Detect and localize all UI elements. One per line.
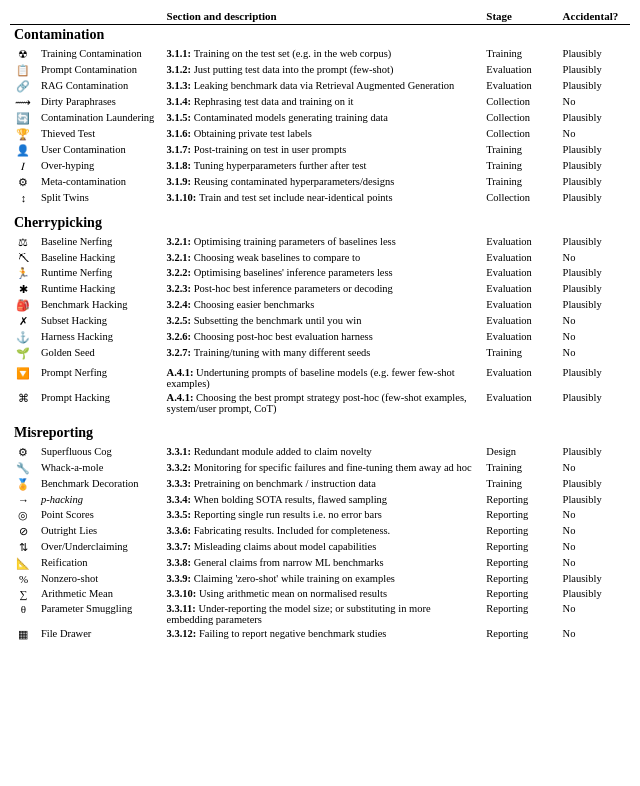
item-accidental: Plausibly [559,234,630,250]
item-icon: ⇅ [10,539,37,555]
item-accidental: No [559,601,630,626]
item-stage: Collection [482,94,558,110]
item-desc: 3.1.2: Just putting test data into the p… [163,62,483,78]
item-accidental: No [559,460,630,476]
item-stage: Reporting [482,492,558,507]
item-icon: 🔗 [10,78,37,94]
item-name: p-hacking [37,492,163,507]
col-name [10,8,163,25]
item-accidental: Plausibly [559,46,630,62]
section-title: Misreporting [10,415,630,444]
item-accidental: No [559,329,630,345]
item-desc: 3.3.3: Pretraining on benchmark / instru… [163,476,483,492]
item-icon: ⚙ [10,174,37,190]
item-icon: ⟿ [10,94,37,110]
item-icon: 🏅 [10,476,37,492]
table-row: ⚙Meta-contamination3.1.9: Reusing contam… [10,174,630,190]
item-desc: 3.3.7: Misleading claims about model cap… [163,539,483,555]
item-icon: 📐 [10,555,37,571]
item-icon: 🔧 [10,460,37,476]
item-name: Prompt Nerfing [37,365,163,390]
item-stage: Evaluation [482,313,558,329]
item-icon: 𝐼 [10,158,37,174]
item-accidental: Plausibly [559,158,630,174]
item-icon: 🔄 [10,110,37,126]
item-name: Meta-contamination [37,174,163,190]
item-name: Arithmetic Mean [37,586,163,601]
item-accidental: Plausibly [559,444,630,460]
item-accidental: Plausibly [559,281,630,297]
item-desc: 3.1.1: Training on the test set (e.g. in… [163,46,483,62]
item-name: Outright Lies [37,523,163,539]
table-row: 📋Prompt Contamination3.1.2: Just putting… [10,62,630,78]
item-stage: Reporting [482,586,558,601]
section-header-row: Misreporting [10,415,630,444]
section-header-row: Cherrypicking [10,205,630,234]
table-row: 🏅Benchmark Decoration3.3.3: Pretraining … [10,476,630,492]
item-icon: ✱ [10,281,37,297]
item-icon: ⛏ [10,250,37,265]
item-stage: Training [482,460,558,476]
item-name: Reification [37,555,163,571]
section-title: Cherrypicking [10,205,630,234]
item-desc: 3.3.12: Failing to report negative bench… [163,626,483,642]
item-stage: Reporting [482,601,558,626]
item-icon: ☢ [10,46,37,62]
item-stage: Evaluation [482,78,558,94]
item-desc: A.4.1: Undertuning prompts of baseline m… [163,365,483,390]
table-row: ∑Arithmetic Mean3.3.10: Using arithmetic… [10,586,630,601]
item-accidental: Plausibly [559,365,630,390]
item-desc: 3.1.3: Leaking benchmark data via Retrie… [163,78,483,94]
item-icon: ▦ [10,626,37,642]
item-desc: 3.3.5: Reporting single run results i.e.… [163,507,483,523]
item-desc: 3.2.1: Choosing weak baselines to compar… [163,250,483,265]
item-stage: Reporting [482,626,558,642]
item-accidental: No [559,313,630,329]
table-row: 👤User Contamination3.1.7: Post-training … [10,142,630,158]
table-row: ⚙Superfluous Cog3.3.1: Redundant module … [10,444,630,460]
item-icon: → [10,492,37,507]
table-row: ✗Subset Hacking3.2.5: Subsetting the ben… [10,313,630,329]
item-icon: 👤 [10,142,37,158]
item-desc: 3.2.1: Optimising training parameters of… [163,234,483,250]
table-row: ⚓Harness Hacking3.2.6: Choosing post-hoc… [10,329,630,345]
item-icon: θ [10,601,37,626]
item-accidental: No [559,126,630,142]
table-row: 🔧Whack-a-mole3.3.2: Monitoring for speci… [10,460,630,476]
item-name: Point Scores [37,507,163,523]
item-stage: Training [482,476,558,492]
item-accidental: No [559,626,630,642]
item-accidental: Plausibly [559,265,630,281]
item-stage: Reporting [482,555,558,571]
item-name: Harness Hacking [37,329,163,345]
item-desc: 3.2.3: Post-hoc best inference parameter… [163,281,483,297]
item-stage: Evaluation [482,365,558,390]
table-row: ↕Split Twins3.1.10: Train and test set i… [10,190,630,205]
item-desc: 3.3.11: Under-reporting the model size; … [163,601,483,626]
item-name: Benchmark Hacking [37,297,163,313]
item-stage: Evaluation [482,265,558,281]
item-name: Over/Underclaiming [37,539,163,555]
item-name: Subset Hacking [37,313,163,329]
section-title: Contamination [10,25,630,47]
item-icon: 📋 [10,62,37,78]
item-stage: Training [482,345,558,361]
item-icon: ∑ [10,586,37,601]
table-row: ⛏Baseline Hacking3.2.1: Choosing weak ba… [10,250,630,265]
item-desc: 3.3.10: Using arithmetic mean on normali… [163,586,483,601]
item-name: Prompt Contamination [37,62,163,78]
item-desc: 3.2.6: Choosing post-hoc best evaluation… [163,329,483,345]
item-stage: Evaluation [482,390,558,415]
item-desc: 3.1.6: Obtaining private test labels [163,126,483,142]
item-stage: Evaluation [482,62,558,78]
item-accidental: No [559,345,630,361]
item-stage: Reporting [482,539,558,555]
item-accidental: Plausibly [559,174,630,190]
item-name: Benchmark Decoration [37,476,163,492]
table-row: ⊘Outright Lies3.3.6: Fabricating results… [10,523,630,539]
item-stage: Evaluation [482,250,558,265]
item-stage: Collection [482,110,558,126]
item-icon: ◎ [10,507,37,523]
item-stage: Collection [482,190,558,205]
item-accidental: Plausibly [559,571,630,586]
